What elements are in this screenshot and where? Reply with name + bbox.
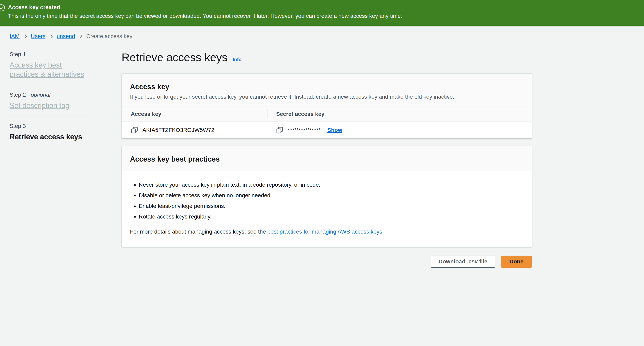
access-key-card: Access key If you lose or forget your se…	[122, 73, 532, 138]
chevron-right-icon	[49, 35, 53, 38]
copy-icon	[276, 127, 283, 134]
step-1-link[interactable]: Access key best practices & alternatives	[10, 61, 84, 78]
page-title: Retrieve access keys	[122, 51, 228, 64]
main-content: Retrieve access keys Info Access key If …	[122, 51, 532, 268]
best-practices-card: Access key best practices Never store yo…	[122, 146, 532, 247]
done-button[interactable]: Done	[501, 256, 532, 268]
column-header-secret-access-key: Secret access key	[267, 111, 532, 117]
breadcrumb: IAM Users unsend Create access key	[10, 33, 644, 40]
best-practice-item: Never store your access key in plain tex…	[139, 181, 524, 188]
best-practice-item: Disable or delete access key when no lon…	[139, 192, 524, 199]
banner-title: Access key created	[8, 3, 636, 12]
best-practices-card-body: Never store your access key in plain tex…	[122, 171, 532, 247]
footer-period: .	[382, 228, 384, 235]
step-1-label: Step 1	[10, 51, 90, 58]
show-secret-link[interactable]: Show	[327, 127, 342, 133]
chevron-right-icon	[79, 35, 82, 38]
footer-text: For more details about managing access k…	[130, 228, 267, 235]
breadcrumb-item-user-unsend[interactable]: unsend	[57, 33, 75, 40]
banner-message: This is the only time that the secret ac…	[8, 12, 636, 21]
chevron-right-icon	[24, 35, 27, 38]
access-key-card-header: Access key If you lose or forget your se…	[122, 74, 532, 106]
secret-key-masked-value: ***************	[288, 127, 320, 133]
wizard-layout: Step 1 Access key best practices & alter…	[0, 51, 644, 268]
copy-secret-key-button[interactable]	[276, 127, 283, 134]
breadcrumb-item-users[interactable]: Users	[31, 33, 46, 40]
check-circle-icon	[0, 4, 5, 12]
best-practices-list: Never store your access key in plain tex…	[130, 181, 524, 220]
step-2-label: Step 2 - optional	[10, 91, 90, 98]
page-header: Retrieve access keys Info	[122, 51, 532, 64]
info-link[interactable]: Info	[233, 57, 242, 62]
best-practices-card-header: Access key best practices	[122, 146, 532, 171]
best-practices-link[interactable]: best practices for managing AWS access k…	[267, 228, 382, 235]
wizard-steps-sidebar: Step 1 Access key best practices & alter…	[10, 51, 90, 268]
secret-access-key-cell: *************** Show	[267, 127, 532, 134]
copy-icon	[131, 127, 138, 134]
best-practices-card-title: Access key best practices	[130, 155, 524, 164]
access-key-card-description: If you lose or forget your secret access…	[130, 93, 524, 100]
breadcrumb-current: Create access key	[86, 33, 132, 40]
access-key-table-header: Access key Secret access key	[122, 106, 532, 122]
step-1-block: Step 1 Access key best practices & alter…	[10, 51, 90, 84]
step-2-link[interactable]: Set description tag	[10, 101, 69, 110]
best-practices-footer: For more details about managing access k…	[130, 228, 524, 235]
download-csv-button[interactable]: Download .csv file	[431, 256, 495, 268]
access-key-card-title: Access key	[130, 82, 524, 91]
step-3-label: Step 3	[10, 123, 90, 130]
success-banner: Access key created This is the only time…	[0, 0, 644, 26]
step-2-optional-tag: optional	[31, 92, 50, 98]
best-practice-item: Rotate access keys regularly.	[139, 213, 524, 220]
best-practice-item: Enable least-privilege permissions.	[139, 203, 524, 209]
access-key-id-value: AKIA5FTZFKO3ROJW5W72	[142, 127, 214, 133]
step-2-block: Step 2 - optional Set description tag	[10, 84, 90, 116]
copy-access-key-button[interactable]	[131, 127, 138, 134]
action-buttons: Download .csv file Done	[122, 256, 532, 268]
step-3-current-title: Retrieve access keys	[10, 132, 90, 142]
access-key-cell: AKIA5FTZFKO3ROJW5W72	[122, 127, 267, 134]
column-header-access-key: Access key	[122, 111, 267, 117]
step-2-separator: -	[26, 92, 31, 98]
access-key-table-row: AKIA5FTZFKO3ROJW5W72 *************** Sho…	[122, 122, 532, 138]
step-2-number: Step 2	[10, 92, 26, 98]
step-3-block: Step 3 Retrieve access keys	[10, 116, 90, 146]
breadcrumb-item-iam[interactable]: IAM	[10, 33, 20, 40]
